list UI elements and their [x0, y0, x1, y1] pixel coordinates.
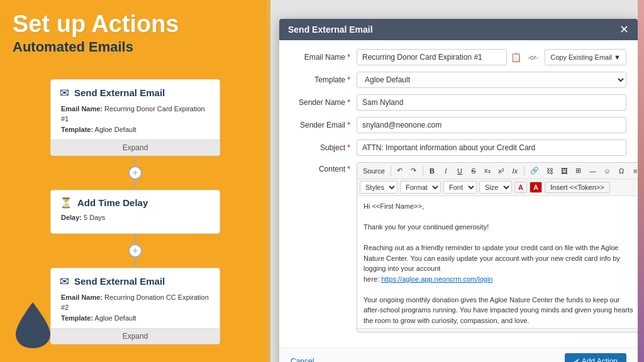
source-button[interactable]: Source — [360, 165, 388, 177]
editor-toolbar-1: Source ↶ ↷ B I U S x₂ x² Ix — [357, 163, 638, 179]
content-line-2 — [364, 212, 638, 222]
email-name-row: Email Name * 📋 -or- Copy Existing Email … — [291, 49, 626, 65]
content-row: Content * Source ↶ ↷ B I U — [291, 162, 626, 332]
subscript-button[interactable]: x₂ — [481, 165, 494, 177]
workflow-card-3: ✉ Send External Email Email Name: Recurr… — [50, 268, 220, 345]
sep-3 — [524, 166, 525, 176]
content-line-3: Thank you for your continued generosity! — [364, 222, 638, 233]
content-line-1: Hi <<First Name>>, — [364, 201, 638, 212]
table-button[interactable]: ⊞ — [572, 165, 585, 177]
connector-plus-1[interactable]: + — [128, 166, 142, 180]
editor-content[interactable]: Hi <<First Name>>, Thank you for your co… — [357, 196, 638, 328]
card-title-2: Add Time Delay — [77, 197, 148, 208]
underline-button[interactable]: U — [453, 165, 466, 177]
delay-icon: ⏳ — [60, 197, 72, 209]
content-line-6: here: https://agloe.app.neoncrm.com/logi… — [364, 274, 638, 285]
workflow-card-1: ✉ Send External Email Email Name: Recurr… — [50, 79, 220, 156]
template-row: Template * Agloe Default — [291, 72, 626, 88]
card-body-3: Email Name: Recurring Donation CC Expira… — [60, 292, 211, 324]
more-button[interactable]: ≡ — [629, 165, 638, 177]
unlink-button[interactable]: ⛓ — [543, 165, 557, 177]
modal-title: Send External Email — [288, 25, 373, 35]
connector-line-1 — [135, 156, 136, 166]
smiley-button[interactable]: ☺ — [601, 165, 614, 177]
remove-format-button[interactable]: Ix — [509, 165, 521, 177]
strikethrough-button[interactable]: S — [467, 165, 480, 177]
sep-2 — [423, 166, 423, 176]
modal-close-button[interactable]: ✕ — [619, 24, 629, 35]
delay-value: 5 Days — [84, 214, 105, 221]
email-name-label: Email Name * — [291, 53, 350, 62]
content-link[interactable]: https://agloe.app.neoncrm.com/login — [381, 275, 492, 283]
card-header-2: ⏳ Add Time Delay — [60, 197, 211, 209]
email-name-label-1: Email Name: — [61, 105, 103, 112]
copy-existing-button[interactable]: Copy Existing Email ▼ — [545, 49, 626, 65]
content-line-5: Reaching out as a friendly reminder to u… — [364, 243, 638, 274]
link-button[interactable]: 🔗 — [527, 165, 542, 177]
bg-color-button[interactable]: A — [530, 182, 542, 193]
card-title-1: Send External Email — [74, 87, 165, 98]
left-panel: Set up Actions Automated Emails ✉ Send E… — [0, 0, 270, 362]
template-value-1: Agloe Default — [95, 126, 136, 133]
size-select[interactable]: Size — [479, 181, 512, 194]
insert-token-button[interactable]: Insert <<Token>> — [545, 182, 610, 193]
text-color-button[interactable]: A — [514, 182, 527, 193]
content-line-8: Your ongoing monthly donation gives the … — [364, 295, 638, 326]
image-button[interactable]: 🖼 — [558, 165, 571, 177]
logo-droplet — [13, 299, 53, 349]
subject-input[interactable] — [357, 140, 626, 156]
sub-title: Automated Emails — [13, 39, 258, 55]
styles-select[interactable]: Styles — [360, 181, 397, 194]
or-text: -or- — [528, 53, 538, 61]
special-char-button[interactable]: Ω — [615, 165, 628, 177]
redo-button[interactable]: ↷ — [408, 165, 420, 177]
italic-button[interactable]: I — [440, 165, 452, 177]
hline-button[interactable]: — — [586, 165, 599, 177]
card-header-1: ✉ Send External Email — [60, 86, 211, 100]
card-header-3: ✉ Send External Email — [60, 275, 211, 288]
sender-name-row: Sender Name * — [291, 94, 626, 111]
delay-label: Delay: — [61, 214, 82, 221]
expand-button-3[interactable]: Expand — [51, 328, 219, 344]
email-icon-3: ✉ — [60, 275, 69, 288]
content-line-4 — [364, 233, 638, 243]
subject-label: Subject * — [291, 143, 350, 152]
card-body-1: Email Name: Recurring Donor Card Expirat… — [60, 104, 211, 135]
format-select[interactable]: Format — [400, 181, 441, 194]
email-name-group: 📋 — [357, 49, 521, 65]
workflow-card-2: ⏳ Add Time Delay Delay: 5 Days — [50, 190, 220, 234]
bold-button[interactable]: B — [426, 165, 438, 177]
card-title-3: Send External Email — [74, 276, 165, 287]
undo-button[interactable]: ↶ — [394, 165, 406, 177]
subject-row: Subject * — [291, 140, 626, 156]
template-select[interactable]: Agloe Default — [357, 72, 626, 88]
editor-toolbar-2: Styles Format Font Size A — [357, 179, 638, 196]
superscript-button[interactable]: x² — [495, 165, 508, 177]
expand-button-1[interactable]: Expand — [51, 140, 219, 155]
connector-2: + — [128, 234, 142, 268]
modal-footer: Cancel ✔ Add Action — [279, 348, 638, 362]
main-title: Set up Actions — [13, 11, 258, 38]
sender-name-input[interactable] — [357, 94, 626, 111]
sender-name-label: Sender Name * — [291, 98, 350, 107]
add-action-button[interactable]: ✔ Add Action — [565, 353, 626, 362]
cancel-button[interactable]: Cancel — [291, 357, 314, 362]
template-value-3: Agloe Default — [95, 314, 136, 322]
email-name-input[interactable] — [357, 49, 507, 65]
modal-body: Email Name * 📋 -or- Copy Existing Email … — [279, 40, 638, 348]
connector-1: + — [128, 156, 142, 190]
editor-resize-handle[interactable]: ◢ — [357, 328, 638, 332]
sender-email-input[interactable] — [357, 117, 626, 133]
template-label-3: Template: — [61, 314, 93, 322]
modal-header: Send External Email ✕ — [279, 19, 638, 40]
sep-1 — [391, 166, 391, 176]
sender-email-label: Sender Email * — [291, 121, 350, 129]
template-label: Template * — [291, 75, 350, 84]
card-body-2: Delay: 5 Days — [60, 212, 211, 223]
email-icon-1: ✉ — [60, 86, 69, 100]
connector-plus-2[interactable]: + — [128, 244, 142, 258]
right-decorative-strip — [638, 0, 644, 362]
send-email-modal: Send External Email ✕ Email Name * 📋 -or… — [279, 19, 638, 362]
editor-wrapper: Source ↶ ↷ B I U S x₂ x² Ix — [357, 162, 638, 332]
font-select[interactable]: Font — [443, 181, 477, 194]
